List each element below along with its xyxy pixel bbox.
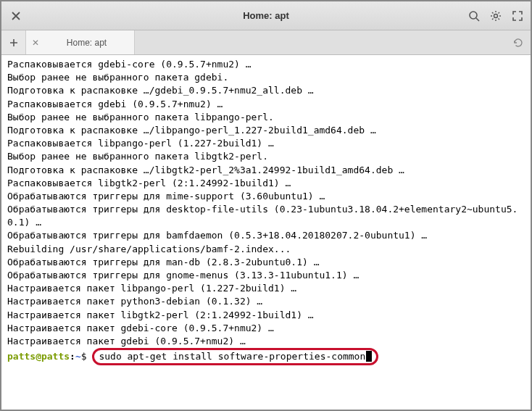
terminal-line: Подготовка к распаковке …/libgtk2-perl_2…	[7, 164, 525, 177]
prompt-path: ~	[75, 351, 81, 362]
terminal-line: Подготовка к распаковке …/gdebi_0.9.5.7+…	[7, 84, 525, 97]
new-tab-button[interactable]	[1, 30, 26, 54]
terminal-line: Настраивается пакет libpango-perl (1.227…	[7, 282, 525, 295]
titlebar: Home: apt	[1, 1, 531, 30]
terminal-line: Настраивается пакет gdebi (0.9.5.7+nmu2)…	[7, 335, 525, 348]
tab-title: Home: apt	[45, 38, 128, 48]
terminal-line: Обрабатываются триггеры для bamfdaemon (…	[7, 229, 525, 242]
terminal-line: Выбор ранее не выбранного пакета libgtk2…	[7, 150, 525, 163]
terminal-line: Обрабатываются триггеры для desktop-file…	[7, 203, 525, 229]
terminal-prompt-line: patts@patts:~$ sudo apt-get install soft…	[7, 348, 525, 365]
terminal-output[interactable]: Распаковывается gdebi-core (0.9.5.7+nmu2…	[1, 55, 531, 368]
terminal-line: Настраивается пакет libgtk2-perl (2:1.24…	[7, 309, 525, 322]
terminal-line: Обрабатываются триггеры для man-db (2.8.…	[7, 256, 525, 269]
terminal-line: Настраивается пакет gdebi-core (0.9.5.7+…	[7, 322, 525, 335]
prompt-user: patts@patts	[7, 351, 70, 362]
terminal-line: Настраивается пакет python3-debian (0.1.…	[7, 295, 525, 308]
search-icon[interactable]	[467, 9, 481, 23]
close-icon[interactable]	[7, 7, 25, 25]
terminal-line: Обрабатываются триггеры для gnome-menus …	[7, 269, 525, 282]
gear-icon[interactable]	[489, 9, 503, 23]
cursor	[366, 351, 372, 362]
terminal-line: Распаковывается gdebi (0.9.5.7+nmu2) …	[7, 98, 525, 111]
window-title: Home: apt	[243, 10, 289, 21]
terminal-line: Rebuilding /usr/share/applications/bamf-…	[7, 243, 525, 256]
history-icon[interactable]	[506, 30, 531, 54]
terminal-line: Выбор ранее не выбранного пакета libpang…	[7, 111, 525, 124]
tabbar: ✕ Home: apt	[1, 30, 531, 55]
command-highlight: sudo apt-get install software-properties…	[92, 348, 378, 365]
terminal-line: Распаковывается libpango-perl (1.227-2bu…	[7, 137, 525, 150]
terminal-line: Подготовка к распаковке …/libpango-perl_…	[7, 124, 525, 137]
tab-close-icon[interactable]: ✕	[32, 38, 39, 48]
svg-point-0	[470, 12, 477, 19]
terminal-line: Обрабатываются триггеры для mime-support…	[7, 190, 525, 203]
tab-home-apt[interactable]: ✕ Home: apt	[26, 30, 135, 54]
maximize-icon[interactable]	[510, 9, 525, 23]
terminal-line: Распаковывается libgtk2-perl (2:1.24992-…	[7, 177, 525, 190]
terminal-line: Выбор ранее не выбранного пакета gdebi.	[7, 71, 525, 84]
svg-point-1	[494, 14, 498, 17]
terminal-line: Распаковывается gdebi-core (0.9.5.7+nmu2…	[7, 58, 525, 71]
